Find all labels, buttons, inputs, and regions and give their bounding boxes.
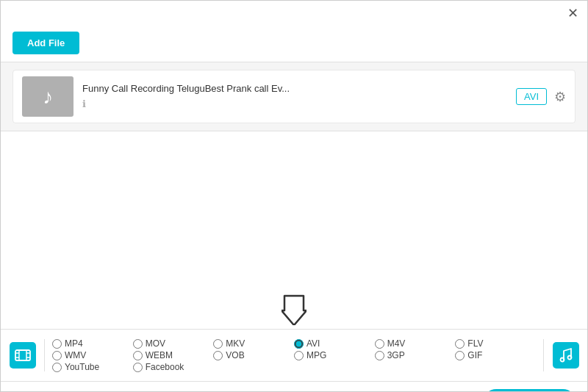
format-option-mp4[interactable]: MP4 <box>52 338 133 349</box>
file-item: ♪ Funny Call Recording TeluguBest Prank … <box>12 70 576 123</box>
bottom-bar: Install Desktop Version Convert <box>1 381 587 392</box>
video-format-icon-box <box>1 339 45 371</box>
title-bar: ✕ <box>1 1 587 26</box>
file-info: Funny Call Recording TeluguBest Prank ca… <box>82 83 507 110</box>
format-option-avi[interactable]: AVI <box>294 338 375 349</box>
format-option-mpg[interactable]: MPG <box>294 350 375 360</box>
format-option-flv[interactable]: FLV <box>455 338 536 349</box>
format-option-mkv[interactable]: MKV <box>213 338 294 349</box>
format-option-mov[interactable]: MOV <box>133 338 214 349</box>
file-title: Funny Call Recording TeluguBest Prank ca… <box>82 83 507 94</box>
content-area <box>1 131 587 286</box>
close-button[interactable]: ✕ <box>567 7 578 20</box>
format-option-wmv[interactable]: WMV <box>52 350 133 360</box>
settings-icon[interactable]: ⚙ <box>554 89 566 105</box>
audio-icon <box>553 342 579 369</box>
down-arrow-icon <box>282 293 306 325</box>
svg-point-8 <box>560 358 564 362</box>
convert-button[interactable]: Convert <box>484 389 576 392</box>
file-actions: AVI ⚙ <box>516 88 566 105</box>
toolbar: Add File <box>1 26 587 62</box>
arrow-container <box>1 286 587 329</box>
file-thumbnail: ♪ <box>22 76 74 117</box>
svg-point-9 <box>567 356 571 360</box>
format-bar: MP4 MOV MKV AVI M4V FLV WMV WEBM <box>1 329 587 381</box>
format-option-m4v[interactable]: M4V <box>375 338 456 349</box>
format-option-vob[interactable]: VOB <box>213 350 294 360</box>
format-option-facebook[interactable]: Facebook <box>133 362 214 372</box>
format-options: MP4 MOV MKV AVI M4V FLV WMV WEBM <box>45 335 543 375</box>
audio-format-icon-box <box>543 339 587 371</box>
info-icon[interactable]: ℹ <box>82 98 86 109</box>
svg-rect-1 <box>15 350 30 360</box>
file-list: ♪ Funny Call Recording TeluguBest Prank … <box>1 62 587 131</box>
format-option-webm[interactable]: WEBM <box>133 350 214 360</box>
format-option-3gp[interactable]: 3GP <box>375 350 456 360</box>
add-file-button[interactable]: Add File <box>12 32 79 54</box>
film-icon <box>10 342 36 369</box>
format-option-gif[interactable]: GIF <box>455 350 536 360</box>
svg-marker-0 <box>282 296 306 325</box>
music-icon: ♪ <box>43 85 53 109</box>
format-badge-button[interactable]: AVI <box>516 88 547 105</box>
format-option-youtube[interactable]: YouTube <box>52 362 133 372</box>
